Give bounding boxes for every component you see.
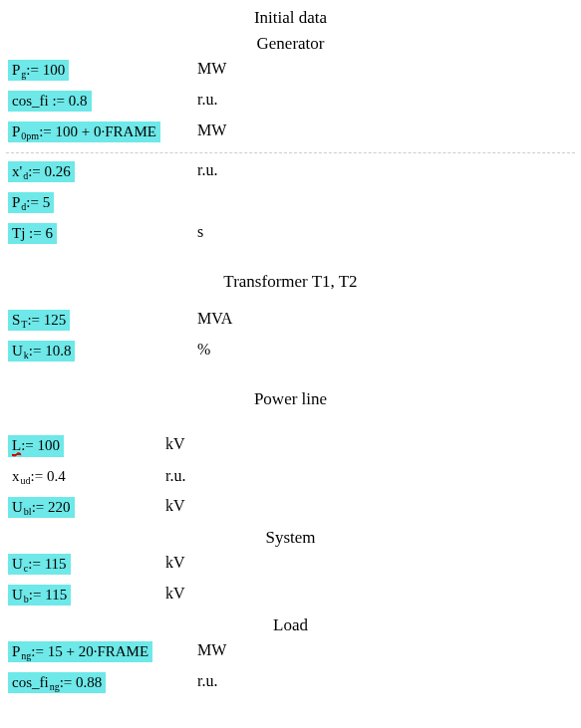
pd-expr: := 5 bbox=[26, 193, 50, 211]
png-unit: MW bbox=[197, 641, 226, 659]
l-unit: kV bbox=[165, 435, 185, 453]
cosfing-base: cos_fi bbox=[12, 673, 49, 691]
st-base: S bbox=[12, 311, 20, 329]
row-tj: Tj := 6 s bbox=[6, 223, 575, 244]
p0pm-unit: MW bbox=[197, 121, 226, 139]
uc-sub: c bbox=[24, 563, 28, 575]
pg-unit: MW bbox=[197, 60, 226, 78]
uc-expr: := 115 bbox=[28, 555, 66, 573]
xud-base: x bbox=[12, 468, 20, 485]
expr-pd: Pd := 5 bbox=[8, 192, 54, 213]
png-base: P bbox=[12, 642, 20, 660]
uc-base: U bbox=[12, 555, 23, 573]
row-xd: x'd := 0.26 r.u. bbox=[6, 161, 575, 182]
ubl-base: U bbox=[12, 498, 23, 516]
row-uc: Uc := 115 kV bbox=[6, 554, 575, 575]
uk-unit: % bbox=[197, 341, 210, 359]
l-base: L bbox=[12, 436, 21, 455]
title-transformer: Transformer T1, T2 bbox=[6, 272, 575, 292]
ub-base: U bbox=[12, 586, 23, 604]
separator-dashed bbox=[6, 152, 575, 153]
expr-xud: xud := 0.4 bbox=[8, 467, 70, 487]
expr-p0pm: P0pm := 100 + 0·FRAME bbox=[8, 121, 160, 142]
p0pm-sub: 0pm bbox=[21, 130, 39, 142]
title-load: Load bbox=[6, 615, 575, 635]
row-st: ST := 125 MVA bbox=[6, 310, 575, 331]
row-uk: Uk := 10.8 % bbox=[6, 341, 575, 362]
expr-xd: x'd := 0.26 bbox=[8, 161, 75, 182]
row-ubl: Ubl := 220 kV bbox=[6, 497, 575, 518]
row-l: L := 100 kV bbox=[6, 435, 575, 457]
st-expr: := 125 bbox=[27, 311, 66, 329]
uc-unit: kV bbox=[165, 554, 185, 572]
ubl-unit: kV bbox=[165, 497, 185, 515]
png-sub: ng bbox=[21, 650, 31, 662]
xud-sub: ud bbox=[21, 475, 31, 486]
title-powerline: Power line bbox=[6, 389, 575, 409]
pg-sub: g bbox=[21, 69, 26, 81]
cosfing-sub: ng bbox=[50, 681, 60, 693]
tj-label: Tj := 6 bbox=[12, 224, 53, 242]
row-cosfi: cos_fi := 0.8 r.u. bbox=[6, 91, 575, 112]
row-cosfi-ng: cos_fing := 0.88 r.u. bbox=[6, 672, 575, 693]
png-expr: := 15 + 20·FRAME bbox=[31, 642, 148, 660]
tj-unit: s bbox=[197, 223, 203, 241]
ub-unit: kV bbox=[165, 585, 185, 603]
title-system: System bbox=[6, 528, 575, 548]
expr-ub: Ub := 115 bbox=[8, 585, 71, 606]
cosfi-label: cos_fi := 0.8 bbox=[12, 92, 88, 110]
row-pd: Pd := 5 bbox=[6, 192, 575, 213]
uk-base: U bbox=[12, 342, 23, 360]
title-initial-data: Initial data bbox=[6, 8, 575, 28]
cosfi-unit: r.u. bbox=[197, 91, 217, 109]
uk-expr: := 10.8 bbox=[29, 342, 72, 360]
st-unit: MVA bbox=[197, 310, 232, 328]
row-xud: xud := 0.4 r.u. bbox=[6, 467, 575, 487]
expr-l: L := 100 bbox=[8, 435, 64, 457]
expr-st: ST := 125 bbox=[8, 310, 70, 331]
xd-sub: d bbox=[23, 170, 28, 182]
cosfing-unit: r.u. bbox=[197, 672, 217, 690]
p0pm-expr: := 100 + 0·FRAME bbox=[39, 122, 156, 140]
expr-ubl: Ubl := 220 bbox=[8, 497, 75, 518]
ubl-sub: bl bbox=[24, 506, 32, 518]
ub-sub: b bbox=[24, 594, 29, 606]
p0pm-base: P bbox=[12, 122, 20, 140]
xud-unit: r.u. bbox=[165, 467, 185, 485]
expr-cosfi: cos_fi := 0.8 bbox=[8, 91, 92, 112]
pd-base: P bbox=[12, 193, 20, 211]
ubl-expr: := 220 bbox=[32, 498, 71, 516]
xd-unit: r.u. bbox=[197, 161, 217, 179]
expr-cosfi-ng: cos_fing := 0.88 bbox=[8, 672, 106, 693]
xd-base: x' bbox=[12, 162, 22, 180]
row-ub: Ub := 115 kV bbox=[6, 585, 575, 606]
uk-sub: k bbox=[24, 350, 29, 362]
expr-uc: Uc := 115 bbox=[8, 554, 71, 575]
ub-expr: := 115 bbox=[29, 586, 67, 604]
expr-uk: Uk := 10.8 bbox=[8, 341, 75, 362]
row-pg: Pg := 100 MW bbox=[6, 60, 575, 81]
pg-expr: := 100 bbox=[26, 61, 65, 79]
expr-tj: Tj := 6 bbox=[8, 223, 57, 244]
xd-expr: := 0.26 bbox=[28, 162, 71, 180]
xud-expr: := 0.4 bbox=[31, 468, 66, 485]
cosfing-expr: := 0.88 bbox=[60, 673, 103, 691]
expr-pg: Pg := 100 bbox=[8, 60, 69, 81]
l-expr: := 100 bbox=[21, 436, 60, 454]
expr-png: Png := 15 + 20·FRAME bbox=[8, 641, 152, 662]
row-p0pm: P0pm := 100 + 0·FRAME MW bbox=[6, 121, 575, 142]
title-generator: Generator bbox=[6, 34, 575, 54]
pg-base: P bbox=[12, 61, 20, 79]
row-png: Png := 15 + 20·FRAME MW bbox=[6, 641, 575, 662]
pd-sub: d bbox=[21, 201, 26, 213]
st-sub: T bbox=[21, 319, 27, 331]
